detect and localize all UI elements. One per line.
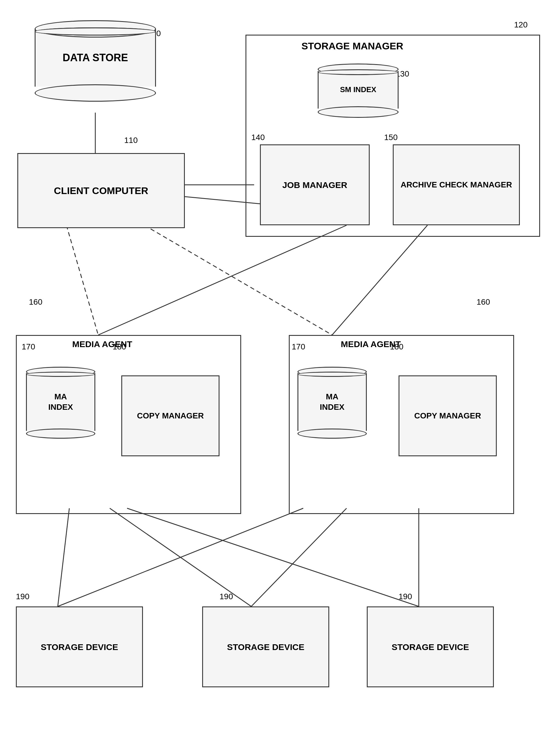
ref-160-right: 160: [477, 297, 490, 307]
sm-index-label: SM INDEX: [340, 85, 376, 95]
svg-line-5: [332, 225, 427, 335]
svg-line-10: [58, 508, 303, 606]
ma-index-left-label: MAINDEX: [48, 392, 73, 413]
copy-manager-right-label: COPY MANAGER: [414, 411, 481, 421]
storage-device-right-box: STORAGE DEVICE: [367, 606, 494, 687]
copy-manager-left-label: COPY MANAGER: [137, 411, 204, 421]
ref-160-left: 160: [29, 297, 43, 307]
ref-140: 140: [251, 133, 265, 142]
storage-device-right-label: STORAGE DEVICE: [392, 642, 469, 653]
ref-120: 120: [514, 20, 527, 29]
client-computer-box: CLIENT COMPUTER: [17, 153, 185, 228]
storage-manager-label: STORAGE MANAGER: [295, 41, 410, 52]
ref-190-right: 190: [398, 592, 412, 601]
storage-device-left-label: STORAGE DEVICE: [41, 642, 118, 653]
svg-line-7: [58, 508, 69, 606]
sm-index-cylinder: SM INDEX: [318, 64, 398, 118]
ma-index-right-label: MAINDEX: [320, 392, 345, 413]
job-manager-label: JOB MANAGER: [282, 179, 347, 191]
copy-manager-right-box: COPY MANAGER: [398, 376, 497, 456]
storage-device-left-box: STORAGE DEVICE: [16, 606, 143, 687]
diagram-container: DATA STORE 100 CLIENT COMPUTER 110 STORA…: [0, 0, 560, 741]
ref-170-left: 170: [22, 342, 35, 351]
ma-index-left-cylinder: MAINDEX: [26, 367, 95, 439]
ref-150: 150: [384, 133, 398, 142]
svg-line-6: [98, 225, 347, 335]
ref-170-right: 170: [292, 342, 305, 351]
svg-line-11: [251, 508, 347, 606]
ref-180-left: 180: [113, 342, 126, 351]
client-computer-label: CLIENT COMPUTER: [54, 184, 148, 197]
storage-device-middle-label: STORAGE DEVICE: [227, 642, 304, 653]
archive-check-manager-label: ARCHIVE CHECK MANAGER: [400, 180, 512, 190]
svg-line-4: [144, 225, 332, 335]
ma-index-right-cylinder: MAINDEX: [298, 367, 367, 439]
ref-180-right: 180: [390, 342, 403, 351]
svg-line-8: [110, 508, 251, 606]
archive-check-manager-box: ARCHIVE CHECK MANAGER: [393, 144, 520, 225]
copy-manager-left-box: COPY MANAGER: [121, 376, 220, 456]
ref-190-middle: 190: [220, 592, 233, 601]
data-store-cylinder: DATA STORE: [35, 20, 156, 102]
data-store-label: DATA STORE: [63, 51, 128, 65]
svg-line-9: [127, 508, 419, 606]
ref-110: 110: [124, 136, 138, 145]
svg-line-3: [66, 225, 98, 335]
ref-190-left: 190: [16, 592, 29, 601]
storage-device-middle-box: STORAGE DEVICE: [202, 606, 329, 687]
job-manager-box: JOB MANAGER: [260, 144, 370, 225]
